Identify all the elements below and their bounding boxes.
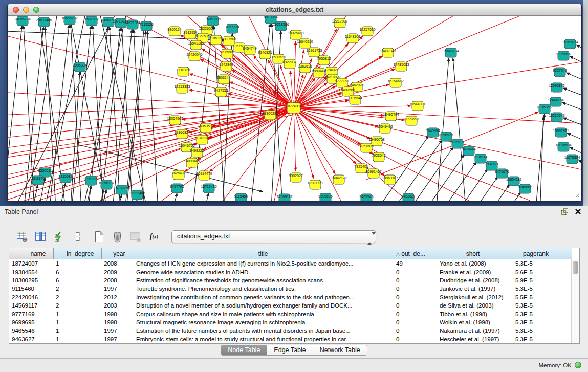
- graph-edge[interactable]: [294, 108, 313, 178]
- minimize-button[interactable]: [23, 7, 29, 13]
- cell-pagerank[interactable]: 5.3E-5: [513, 326, 559, 335]
- table-scrollbar[interactable]: [571, 259, 579, 343]
- table-selector-dropdown[interactable]: citations_edges.txt: [171, 230, 376, 243]
- table-row[interactable]: 911546021997Tourette syndrome. Phenomeno…: [9, 285, 572, 293]
- close-panel-icon[interactable]: [575, 208, 581, 215]
- cell-year[interactable]: 2009: [101, 268, 133, 276]
- table-row[interactable]: 1456911722003Disruption of a novel membe…: [9, 301, 572, 310]
- cell-name[interactable]: 18724007: [9, 259, 53, 268]
- column-header-name[interactable]: name: [9, 248, 53, 259]
- column-selection-icon[interactable]: [53, 230, 65, 243]
- cell-in_degree[interactable]: 1: [53, 335, 101, 343]
- cell-out_degree[interactable]: 0: [394, 301, 433, 310]
- table-row[interactable]: 977716911998Corpus callosum shape and si…: [9, 310, 572, 318]
- cell-year[interactable]: 1998: [101, 318, 133, 326]
- cell-short[interactable]: Wolkin et al. (1998): [433, 318, 513, 326]
- cell-title[interactable]: Changes of HCN gene expression and I(f) …: [133, 259, 394, 268]
- cell-title[interactable]: Disruption of a novel member of a sodium…: [133, 301, 394, 310]
- cell-title[interactable]: Structural magnetic resonance image aver…: [133, 318, 394, 326]
- cell-title[interactable]: Genome-wide association studies in ADHD.: [133, 268, 394, 276]
- cell-year[interactable]: 1997: [101, 285, 133, 293]
- zoom-button[interactable]: [33, 7, 39, 13]
- row-height-icon[interactable]: [71, 230, 83, 243]
- cell-short[interactable]: Tibbo et al. (1998): [433, 310, 513, 318]
- graph-edge[interactable]: [566, 73, 581, 85]
- cell-pagerank[interactable]: 5.5E-5: [513, 293, 559, 301]
- column-header-pagerank[interactable]: pagerank: [513, 248, 559, 259]
- cell-title[interactable]: Embryonic stem cells: a model to study s…: [133, 335, 394, 343]
- graph-edge[interactable]: [294, 108, 296, 171]
- column-header-out_degree[interactable]: △out_de...: [394, 248, 433, 259]
- graph-edge[interactable]: [24, 26, 37, 201]
- cell-out_degree[interactable]: 0: [394, 318, 433, 326]
- cell-title[interactable]: Estimation of the future numbers of pati…: [133, 326, 394, 335]
- graph-edge[interactable]: [203, 108, 294, 150]
- cell-out_degree[interactable]: 0: [394, 293, 433, 301]
- table-row[interactable]: 1872400712008Changes of HCN gene express…: [9, 259, 572, 268]
- graph-edge[interactable]: [294, 108, 371, 139]
- cell-short[interactable]: Jankovic et al. (1997): [433, 285, 513, 293]
- graph-edge[interactable]: [448, 184, 510, 201]
- tab-network-table[interactable]: Network Table: [313, 345, 367, 355]
- graph-edge[interactable]: [111, 194, 122, 201]
- cell-pagerank[interactable]: 5.3E-5: [513, 285, 559, 293]
- cell-short[interactable]: Dudbridge et al. (2008): [433, 276, 513, 285]
- column-header-in_degree[interactable]: in_degree: [53, 248, 101, 259]
- graph-edge[interactable]: [392, 147, 453, 201]
- cell-name[interactable]: 9465546: [9, 326, 53, 335]
- graph-edge[interactable]: [134, 29, 147, 201]
- cell-in_degree[interactable]: 1: [53, 318, 101, 326]
- cell-in_degree[interactable]: 2: [53, 301, 101, 310]
- cell-year[interactable]: 2008: [101, 259, 133, 268]
- cell-name[interactable]: 22420046: [9, 293, 53, 301]
- cell-out_degree[interactable]: 0: [394, 268, 433, 276]
- cell-name[interactable]: 19384554: [9, 268, 53, 276]
- cell-name[interactable]: 9463627: [9, 335, 53, 343]
- cell-name[interactable]: 9115460: [9, 285, 53, 293]
- cell-out_degree[interactable]: 0: [394, 285, 433, 293]
- scrollbar-thumb[interactable]: [573, 261, 578, 274]
- tab-edge-table[interactable]: Edge Table: [267, 345, 313, 355]
- cell-name[interactable]: 14569117: [9, 301, 53, 310]
- table-row[interactable]: 969969511998Structural magnetic resonanc…: [9, 318, 572, 326]
- table-row[interactable]: 946362711997Embryonic stem cells: a mode…: [9, 335, 572, 343]
- import-table-icon[interactable]: [129, 230, 142, 243]
- cell-pagerank[interactable]: 5.6E-5: [513, 268, 559, 276]
- cell-pagerank[interactable]: 5.3E-5: [513, 318, 559, 326]
- table-row[interactable]: 946554611997Estimation of the future num…: [9, 326, 572, 335]
- cell-in_degree[interactable]: 6: [53, 268, 101, 276]
- table-mode-icon[interactable]: [16, 230, 28, 243]
- cell-year[interactable]: 2008: [101, 276, 133, 285]
- graph-edge[interactable]: [294, 108, 581, 169]
- graph-edge[interactable]: [294, 108, 581, 123]
- cell-in_degree[interactable]: 6: [53, 276, 101, 285]
- tab-node-table[interactable]: Node Table: [221, 345, 267, 355]
- cell-title[interactable]: Corpus callosum shape and size in male p…: [133, 310, 394, 318]
- column-header-title[interactable]: title: [133, 248, 394, 259]
- cell-year[interactable]: 1997: [101, 335, 133, 343]
- cell-out_degree[interactable]: 49: [394, 259, 433, 268]
- graph-edge[interactable]: [201, 59, 294, 108]
- table-row[interactable]: 1938455462009Genome-wide association stu…: [9, 268, 572, 276]
- graph-edge[interactable]: [578, 160, 581, 172]
- cell-out_degree[interactable]: 0: [394, 276, 433, 285]
- cell-name[interactable]: 18300295: [9, 276, 53, 285]
- graph-edge[interactable]: [453, 58, 465, 201]
- cell-title[interactable]: Estimation of significance thresholds fo…: [133, 276, 394, 285]
- graph-edge[interactable]: [95, 189, 106, 201]
- function-builder-icon[interactable]: f(x): [148, 230, 160, 243]
- cell-in_degree[interactable]: 2: [53, 293, 101, 301]
- cell-pagerank[interactable]: 5.3E-5: [513, 259, 559, 268]
- cell-pagerank[interactable]: 5.3E-5: [513, 310, 559, 318]
- cell-out_degree[interactable]: 0: [394, 310, 433, 318]
- cell-title[interactable]: Investigating the contribution of common…: [133, 293, 394, 301]
- cell-year[interactable]: 1997: [101, 326, 133, 335]
- cell-short[interactable]: Nakamura et al. (1997): [433, 326, 513, 335]
- graph-edge[interactable]: [198, 193, 209, 201]
- graph-edge[interactable]: [93, 26, 106, 201]
- cell-out_degree[interactable]: 0: [394, 326, 433, 335]
- graph-edge[interactable]: [8, 26, 22, 201]
- graph-edge[interactable]: [294, 108, 368, 169]
- cell-in_degree[interactable]: 1: [53, 326, 101, 335]
- cell-year[interactable]: 2003: [101, 301, 133, 310]
